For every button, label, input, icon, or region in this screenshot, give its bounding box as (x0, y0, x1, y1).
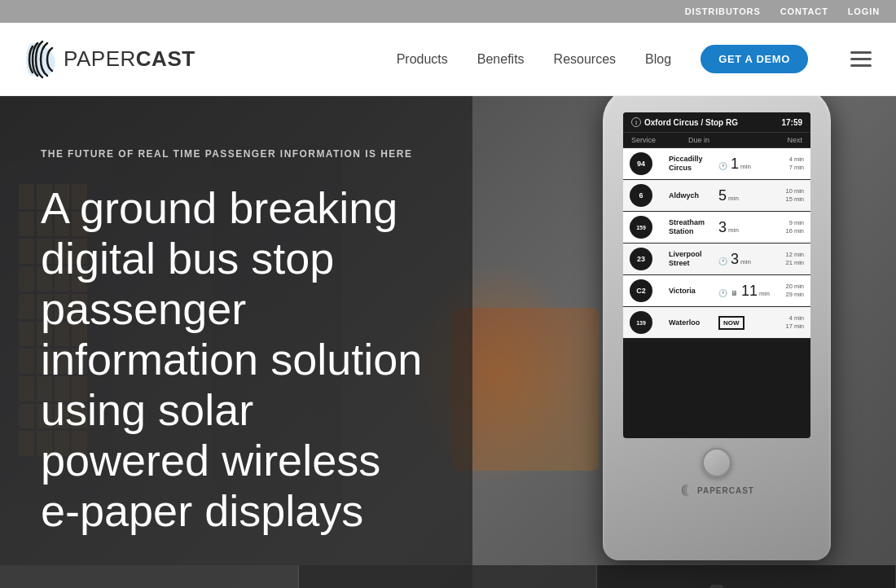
clock-icon: 🕐 (718, 162, 727, 170)
hamburger-menu[interactable] (850, 51, 872, 67)
bus-due-time: 🕐3min (718, 252, 771, 266)
bus-number: C2 (630, 279, 652, 302)
top-bar: DISTRIBUTORS CONTACT LOGIN (0, 0, 896, 23)
device-body: i Oxford Circus / Stop RG 17:59 Service … (603, 96, 831, 560)
device-container: i Oxford Circus / Stop RG 17:59 Service … (562, 96, 872, 588)
bus-time-number: 1 (731, 156, 739, 171)
bus-number: 159 (630, 216, 652, 239)
progress-item-2[interactable] (299, 565, 598, 588)
bus-time-number: 3 (718, 220, 727, 235)
logo[interactable]: PAPERCAST (24, 40, 195, 79)
bus-row: 94Piccadilly Circus🕐1min4 min7 min (623, 148, 810, 180)
bus-due-time: 🕐1min (718, 156, 771, 171)
hero-heading: A ground breaking digital bus stop passe… (41, 182, 432, 537)
bus-time-unit: min (728, 226, 739, 234)
bus-next-times: 4 min17 min (771, 314, 804, 331)
bus-destination: Piccadilly Circus (665, 155, 718, 173)
bus-row: C2Victoria🕐🖥11min20 min29 min (623, 275, 810, 307)
bus-time-number: 3 (731, 252, 739, 266)
login-link[interactable]: LOGIN (848, 7, 880, 16)
nav-bar: PAPERCAST Products Benefits Resources Bl… (0, 23, 896, 96)
bus-next-times: 10 min15 min (771, 187, 804, 204)
nav-resources[interactable]: Resources (554, 52, 616, 67)
bus-number: 94 (630, 152, 652, 175)
bus-time-unit: min (740, 258, 751, 265)
hero-subtitle: THE FUTURE OF REAL TIME PASSENGER INFORM… (41, 148, 432, 160)
bus-destination: Aldwych (665, 191, 718, 200)
bus-time-unit: min (728, 195, 739, 202)
hero-text-overlay: THE FUTURE OF REAL TIME PASSENGER INFORM… (0, 96, 472, 588)
distributors-link[interactable]: DISTRIBUTORS (685, 7, 761, 16)
clock-icon: 🕐 (718, 289, 727, 297)
bus-destination: Waterloo (665, 318, 718, 327)
bus-next-times: 20 min29 min (771, 283, 804, 300)
device-circle-button[interactable] (702, 448, 731, 477)
bus-row: 6Aldwych5min10 min15 min (623, 180, 810, 212)
bus-rows-container: 94Piccadilly Circus🕐1min4 min7 min6Aldwy… (623, 148, 810, 339)
screen-stop: Oxford Circus / Stop RG (644, 118, 738, 127)
bus-next-times: 12 min21 min (771, 251, 804, 268)
bus-due-time: 3min (718, 220, 771, 235)
bus-destination: Victoria (665, 287, 718, 296)
nav-benefits[interactable]: Benefits (477, 52, 525, 67)
device-brand: PAPERCAST (679, 484, 754, 497)
progress-item-3[interactable] (597, 565, 896, 588)
bus-row: 23Liverpool Street🕐3min12 min21 min (623, 244, 810, 275)
bus-number: 139 (630, 311, 652, 334)
screen-icon: 🖥 (731, 289, 738, 297)
nav-links: Products Benefits Resources Blog GET A D… (397, 45, 872, 73)
info-icon: i (631, 117, 641, 127)
bus-time-number: 11 (741, 283, 758, 298)
device-brand-icon (679, 484, 692, 497)
bus-row: 139WaterlooNOW4 min17 min (623, 307, 810, 339)
contact-link[interactable]: CONTACT (780, 7, 828, 16)
screen-header-left: i Oxford Circus / Stop RG (631, 117, 738, 127)
bus-due-time: 🕐🖥11min (718, 283, 771, 298)
bus-time-number: 5 (718, 188, 727, 203)
bus-number: 23 (630, 248, 652, 270)
bus-number: 6 (630, 184, 652, 207)
clock-icon: 🕐 (718, 257, 727, 265)
demo-button[interactable]: GET A DEMO (701, 45, 808, 73)
bus-due-time: 5min (718, 188, 771, 203)
logo-icon (24, 40, 57, 79)
logo-text: PAPERCAST (64, 46, 195, 72)
bus-next-times: 4 min7 min (771, 156, 804, 173)
bottom-progress-bar (0, 565, 896, 588)
screen-header: i Oxford Circus / Stop RG 17:59 (623, 112, 810, 133)
hero-section: THE FUTURE OF REAL TIME PASSENGER INFORM… (0, 96, 896, 588)
bus-time-unit: min (740, 163, 751, 170)
col-service: Service (631, 136, 688, 144)
device-screen: i Oxford Circus / Stop RG 17:59 Service … (623, 112, 810, 438)
device-bottom: PAPERCAST (679, 448, 754, 497)
table-header: Service Due in Next (623, 133, 810, 148)
nav-blog[interactable]: Blog (645, 52, 671, 67)
bus-next-times: 9 min16 min (771, 219, 804, 236)
bus-due-time: NOW (718, 316, 771, 330)
col-next: Next (745, 136, 802, 144)
bus-destination: Liverpool Street (665, 250, 718, 268)
screen-time: 17:59 (781, 118, 802, 127)
bus-destination: Streatham Station (665, 218, 718, 236)
progress-item-1[interactable] (0, 565, 299, 588)
bus-now-box: NOW (718, 316, 744, 330)
device-brand-text: PAPERCAST (697, 486, 754, 495)
nav-products[interactable]: Products (397, 52, 448, 67)
bus-time-unit: min (759, 290, 770, 297)
bus-row: 159Streatham Station3min9 min16 min (623, 212, 810, 244)
col-due: Due in (688, 136, 745, 144)
